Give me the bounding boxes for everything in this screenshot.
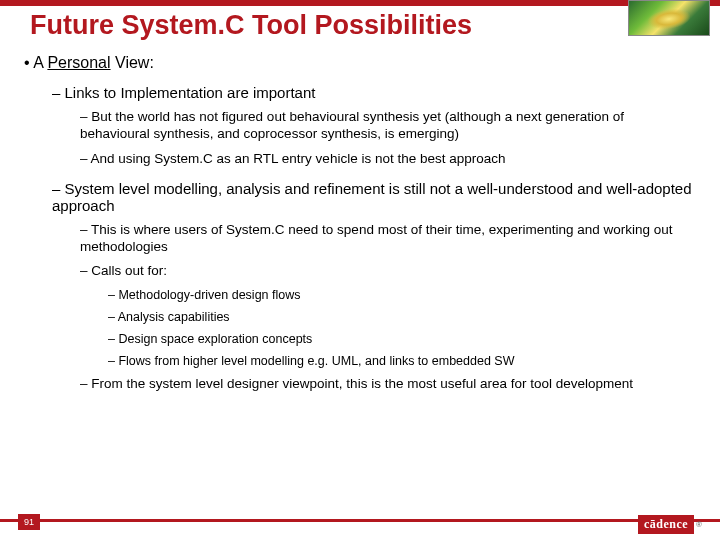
point-2b3: Design space exploration concepts <box>108 332 696 346</box>
point-1b-text: And using System.C as an RTL entry vehic… <box>91 151 506 166</box>
registered-mark-icon: ® <box>696 520 702 529</box>
point-2b4-text: Flows from higher level modelling e.g. U… <box>118 354 514 368</box>
point-2b2: Analysis capabilities <box>108 310 696 324</box>
point-2b1-text: Methodology-driven design flows <box>118 288 300 302</box>
point-2a-text: This is where users of System.C need to … <box>80 222 673 254</box>
cadence-logo-text: cādence <box>638 515 694 534</box>
footer-accent-bar <box>0 519 720 522</box>
point-2b4: Flows from higher level modelling e.g. U… <box>108 354 696 368</box>
intro-line: A Personal View: <box>24 54 696 72</box>
point-1: Links to Implementation are important <box>52 84 696 101</box>
point-1a: But the world has not figured out behavi… <box>80 109 696 143</box>
cadence-logo: cādence ® <box>638 515 702 534</box>
top-accent-bar <box>0 0 720 6</box>
point-2b3-text: Design space exploration concepts <box>118 332 312 346</box>
point-1a-text: But the world has not figured out behavi… <box>80 109 624 141</box>
point-1b: And using System.C as an RTL entry vehic… <box>80 151 696 168</box>
page-number: 91 <box>18 514 40 530</box>
point-2a: This is where users of System.C need to … <box>80 222 696 256</box>
point-2: System level modelling, analysis and ref… <box>52 180 696 214</box>
point-2-text: System level modelling, analysis and ref… <box>52 180 692 214</box>
point-2c: From the system level designer viewpoint… <box>80 376 696 393</box>
slide: Future System.C Tool Possibilities A Per… <box>0 0 720 540</box>
corner-decorative-image <box>628 0 710 36</box>
point-1-text: Links to Implementation are important <box>65 84 316 101</box>
slide-body: A Personal View: Links to Implementation… <box>24 50 696 397</box>
point-2b: Calls out for: <box>80 263 696 280</box>
intro-prefix: A <box>33 54 47 71</box>
intro-suffix: View: <box>111 54 154 71</box>
point-2b-text: Calls out for: <box>91 263 167 278</box>
point-2c-text: From the system level designer viewpoint… <box>91 376 633 391</box>
slide-title: Future System.C Tool Possibilities <box>30 10 472 41</box>
point-2b1: Methodology-driven design flows <box>108 288 696 302</box>
intro-underlined: Personal <box>47 54 110 71</box>
point-2b2-text: Analysis capabilities <box>118 310 230 324</box>
